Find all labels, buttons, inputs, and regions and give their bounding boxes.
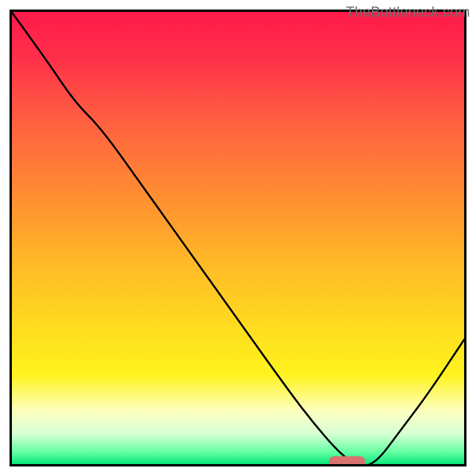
chart-canvas: TheBottleneck.com: [0, 0, 476, 476]
gradient-background: [11, 11, 465, 465]
watermark-label: TheBottleneck.com: [346, 4, 470, 20]
chart-svg: [0, 0, 476, 476]
